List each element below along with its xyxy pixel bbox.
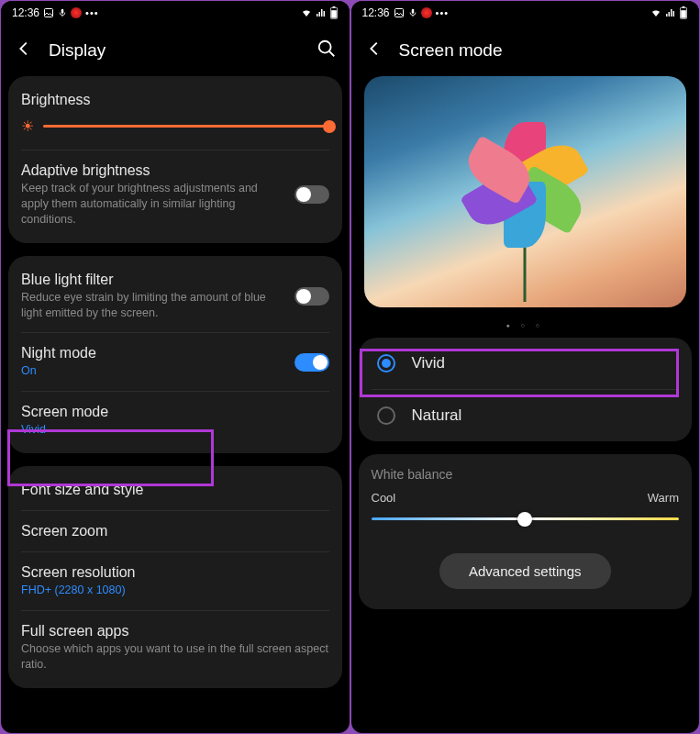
page-title: Display bbox=[49, 40, 302, 61]
svg-point-5 bbox=[318, 41, 330, 53]
radio-icon bbox=[377, 406, 395, 425]
brightness-card: Brightness ☀ Adaptive brightness Keep tr… bbox=[8, 76, 342, 243]
fullscreen-label: Full screen apps bbox=[21, 623, 329, 639]
adaptive-toggle[interactable] bbox=[294, 185, 329, 204]
mode-preview-image[interactable] bbox=[364, 76, 687, 307]
wb-cool-label: Cool bbox=[372, 491, 396, 505]
wifi-icon bbox=[300, 7, 313, 18]
screen-mode-row[interactable]: Screen mode Vivid bbox=[8, 392, 342, 450]
svg-rect-4 bbox=[331, 10, 337, 17]
svg-rect-7 bbox=[411, 9, 414, 14]
svg-rect-9 bbox=[683, 6, 685, 7]
natural-label: Natural bbox=[412, 406, 462, 425]
fullscreen-sub: Choose which apps you want to use in the… bbox=[21, 641, 329, 673]
sun-icon: ☀ bbox=[21, 117, 34, 135]
svg-rect-0 bbox=[45, 9, 53, 17]
screen-zoom-label: Screen zoom bbox=[21, 523, 329, 539]
app-icon bbox=[421, 7, 432, 18]
page-title: Screen mode bbox=[399, 40, 687, 61]
font-size-label: Font size and style bbox=[21, 482, 329, 498]
svg-rect-1 bbox=[61, 9, 64, 14]
screen-zoom-row[interactable]: Screen zoom bbox=[8, 511, 342, 551]
mic-icon bbox=[408, 7, 417, 18]
blue-light-sub: Reduce eye strain by limiting the amount… bbox=[21, 290, 283, 321]
resolution-label: Screen resolution bbox=[21, 564, 329, 581]
white-balance-label: White balance bbox=[359, 458, 693, 487]
font-size-row[interactable]: Font size and style bbox=[8, 470, 342, 510]
white-balance-card: White balance Cool Warm Advanced setting… bbox=[359, 454, 693, 609]
svg-rect-3 bbox=[332, 6, 335, 7]
more-icon: ••• bbox=[85, 7, 99, 18]
status-time: 12:36 bbox=[362, 6, 390, 19]
white-balance-slider[interactable] bbox=[372, 517, 680, 520]
wb-warm-label: Warm bbox=[648, 491, 679, 505]
status-bar: 12:36 ••• bbox=[351, 1, 700, 25]
battery-icon bbox=[329, 6, 339, 19]
back-icon[interactable] bbox=[14, 39, 34, 62]
natural-option[interactable]: Natural bbox=[359, 390, 693, 441]
more-icon: ••• bbox=[436, 7, 450, 18]
fullscreen-row[interactable]: Full screen apps Choose which apps you w… bbox=[8, 611, 342, 684]
mic-icon bbox=[58, 7, 67, 18]
adaptive-sub: Keep track of your brightness adjustment… bbox=[21, 181, 283, 228]
app-bar: Screen mode bbox=[351, 25, 700, 76]
back-icon[interactable] bbox=[364, 39, 384, 62]
advanced-settings-button[interactable]: Advanced settings bbox=[439, 553, 611, 589]
blue-light-label: Blue light filter bbox=[21, 272, 283, 288]
carousel-dots: ● ○ ○ bbox=[359, 318, 693, 338]
display-settings-screen: 12:36 ••• Display bbox=[1, 1, 350, 733]
night-mode-label: Night mode bbox=[21, 345, 283, 361]
adaptive-label: Adaptive brightness bbox=[21, 162, 283, 179]
font-card: Font size and style Screen zoom Screen r… bbox=[8, 466, 342, 688]
svg-rect-6 bbox=[394, 9, 403, 17]
night-mode-toggle[interactable] bbox=[294, 353, 329, 372]
adaptive-brightness-row[interactable]: Adaptive brightness Keep track of your b… bbox=[8, 150, 342, 239]
brightness-label: Brightness bbox=[21, 92, 329, 108]
image-icon bbox=[394, 7, 405, 18]
night-mode-sub: On bbox=[21, 363, 283, 379]
resolution-sub: FHD+ (2280 x 1080) bbox=[21, 583, 329, 598]
blue-light-toggle[interactable] bbox=[294, 287, 329, 306]
blue-light-row[interactable]: Blue light filter Reduce eye strain by l… bbox=[8, 260, 342, 333]
status-bar: 12:36 ••• bbox=[1, 1, 350, 25]
vivid-label: Vivid bbox=[412, 354, 446, 373]
vivid-option[interactable]: Vivid bbox=[359, 338, 693, 389]
image-icon bbox=[43, 7, 54, 18]
signal-icon bbox=[316, 7, 327, 18]
status-time: 12:36 bbox=[12, 6, 39, 19]
screen-mode-sub: Vivid bbox=[21, 422, 329, 438]
mode-card: Blue light filter Reduce eye strain by l… bbox=[8, 256, 342, 454]
battery-icon bbox=[679, 6, 688, 19]
app-icon bbox=[71, 7, 82, 18]
signal-icon bbox=[665, 7, 676, 18]
mode-options-card: Vivid Natural bbox=[359, 338, 693, 441]
resolution-row[interactable]: Screen resolution FHD+ (2280 x 1080) bbox=[8, 552, 342, 610]
svg-rect-10 bbox=[681, 10, 686, 17]
radio-icon bbox=[377, 354, 395, 373]
app-bar: Display bbox=[1, 25, 350, 76]
wifi-icon bbox=[650, 7, 662, 18]
night-mode-row[interactable]: Night mode On bbox=[8, 333, 342, 391]
screen-mode-settings-screen: 12:36 ••• Screen mode bbox=[351, 1, 700, 733]
brightness-slider[interactable]: ☀ bbox=[8, 110, 342, 150]
screen-mode-label: Screen mode bbox=[21, 404, 329, 420]
search-icon[interactable] bbox=[317, 39, 337, 62]
